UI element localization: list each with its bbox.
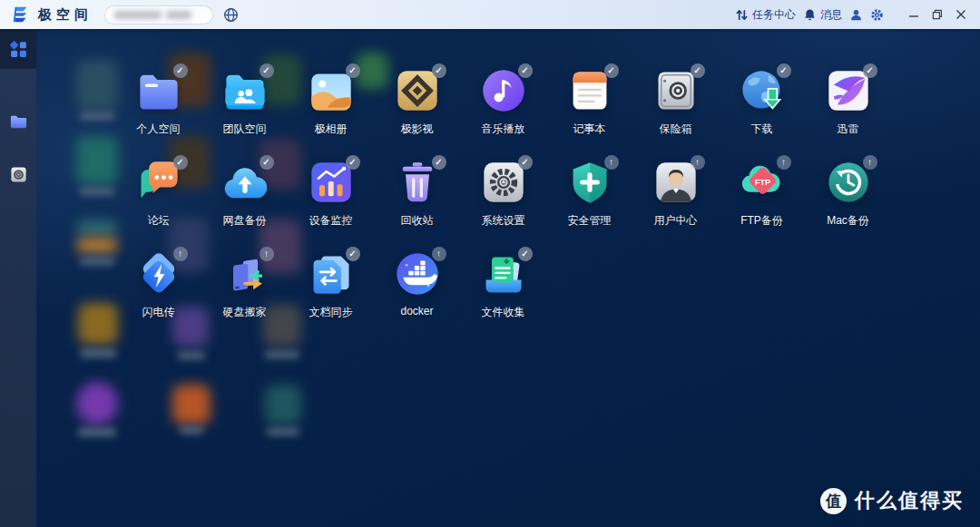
app-photo-album[interactable]: 极相册 — [288, 58, 374, 150]
app-label: 回收站 — [401, 213, 434, 229]
app-download[interactable]: 下载 — [719, 58, 805, 150]
app-team-space[interactable]: 团队空间 — [201, 58, 288, 150]
app-label: 硬盘搬家 — [223, 305, 267, 320]
redacted-app-label — [80, 349, 116, 357]
app-label: 文档同步 — [309, 305, 353, 320]
app-label: Mac备份 — [827, 213, 869, 229]
redacted-app-label — [80, 188, 114, 195]
check-badge-icon — [518, 247, 533, 261]
minimize-icon — [908, 9, 919, 20]
app-label: 音乐播放 — [482, 122, 525, 137]
app-label: 用户中心 — [654, 213, 698, 229]
app-doc-sync[interactable]: 文档同步 — [288, 241, 374, 333]
app-safe-box[interactable]: 保险箱 — [632, 58, 719, 150]
app-label: 网盘备份 — [223, 213, 267, 229]
app-label: 论坛 — [148, 213, 170, 229]
app-grid: 个人空间 团队空间 — [115, 58, 891, 333]
app-movies[interactable]: 极影视 — [374, 58, 460, 150]
user-account-button[interactable] — [849, 8, 863, 22]
app-disk-migration[interactable]: 硬盘搬家 — [201, 241, 288, 333]
app-forum[interactable]: 论坛 — [115, 150, 201, 241]
messages-button[interactable]: 消息 — [803, 7, 842, 23]
app-device-monitor[interactable]: 设备监控 — [288, 150, 374, 241]
check-badge-icon — [346, 63, 360, 78]
app-label: 闪电传 — [142, 305, 175, 320]
app-label: 系统设置 — [482, 213, 525, 229]
redacted-app-label — [178, 352, 205, 359]
update-badge-icon — [260, 247, 274, 261]
restore-icon — [932, 9, 943, 20]
app-ftp-backup[interactable]: FTP FTP备份 — [719, 150, 805, 241]
app-notepad[interactable]: 记事本 — [546, 58, 632, 150]
app-title: 极空间 — [38, 6, 93, 24]
close-icon — [956, 9, 966, 20]
redacted-app-icon[interactable] — [172, 385, 211, 425]
sidebar-item-backup-disc[interactable] — [0, 154, 36, 194]
redacted-app-icon[interactable] — [265, 385, 301, 425]
app-recycle-bin[interactable]: 回收站 — [374, 150, 460, 241]
app-security-manager[interactable]: 安全管理 — [546, 150, 632, 241]
top-bar: 极空间 任务中心 消息 — [0, 0, 980, 29]
redacted-app-label — [180, 426, 203, 434]
check-badge-icon — [260, 155, 274, 170]
redacted-app-icon[interactable] — [76, 136, 118, 185]
app-label: 极相册 — [315, 122, 348, 137]
app-mac-backup[interactable]: Mac备份 — [805, 150, 891, 241]
disc-icon — [9, 165, 28, 184]
app-xunlei[interactable]: 迅雷 — [805, 58, 891, 150]
redacted-app-icon[interactable] — [76, 382, 118, 425]
app-label: 极影视 — [401, 122, 434, 137]
app-label: 文件收集 — [482, 305, 525, 320]
app-cloud-backup[interactable]: 网盘备份 — [201, 150, 288, 241]
app-docker[interactable]: docker — [374, 241, 460, 333]
check-badge-icon — [173, 63, 188, 78]
app-label: 记事本 — [573, 122, 606, 137]
app-label: 安全管理 — [568, 213, 612, 229]
zspace-logo-icon — [11, 5, 31, 24]
app-personal-space[interactable]: 个人空间 — [115, 58, 201, 150]
app-label: FTP备份 — [740, 213, 783, 229]
minimize-button[interactable] — [904, 5, 924, 24]
smzdm-watermark-text: 什么值得买 — [855, 487, 964, 514]
sidebar-item-files[interactable] — [0, 102, 36, 142]
smzdm-watermark: 值 什么值得买 — [820, 487, 964, 514]
redacted-app-icon[interactable] — [78, 303, 118, 345]
app-file-collect[interactable]: 文件收集 — [460, 241, 546, 333]
update-badge-icon — [691, 155, 705, 170]
username-pill-redacted[interactable] — [105, 6, 212, 24]
update-badge-icon — [432, 247, 446, 261]
gear-icon — [870, 8, 884, 22]
task-center-button[interactable]: 任务中心 — [735, 7, 796, 23]
zspace-desktop-window: 极空间 任务中心 消息 — [0, 0, 980, 527]
bell-icon — [803, 8, 817, 22]
app-label: 下载 — [751, 122, 773, 137]
close-button[interactable] — [951, 5, 971, 24]
apps-grid-icon — [9, 40, 28, 59]
user-icon — [849, 8, 863, 22]
update-badge-icon — [777, 155, 791, 170]
folder-icon — [9, 112, 28, 132]
redacted-app-icon[interactable] — [76, 238, 118, 253]
redacted-app-label — [265, 351, 299, 358]
app-music-player[interactable]: 音乐播放 — [460, 58, 546, 150]
redacted-app-label — [78, 428, 116, 436]
update-badge-icon — [604, 155, 619, 170]
restore-button[interactable] — [927, 5, 947, 24]
transfer-arrows-icon — [735, 8, 749, 22]
check-badge-icon — [518, 63, 533, 78]
app-label: 团队空间 — [223, 122, 267, 137]
app-system-settings[interactable]: 系统设置 — [460, 150, 546, 241]
settings-button[interactable] — [870, 8, 884, 22]
app-user-center[interactable]: 用户中心 — [632, 150, 719, 241]
redacted-app-label — [267, 428, 299, 435]
check-badge-icon — [346, 247, 360, 261]
app-flash-transfer[interactable]: 闪电传 — [115, 241, 201, 333]
sidebar-item-apps-home[interactable] — [0, 29, 36, 69]
check-badge-icon — [346, 155, 360, 170]
redacted-app-icon[interactable] — [76, 60, 118, 111]
redacted-app-icon[interactable] — [76, 220, 118, 236]
globe-icon[interactable] — [223, 7, 239, 23]
task-center-label: 任务中心 — [752, 7, 796, 23]
app-label: 保险箱 — [660, 122, 692, 137]
redacted-app-label — [80, 112, 114, 120]
